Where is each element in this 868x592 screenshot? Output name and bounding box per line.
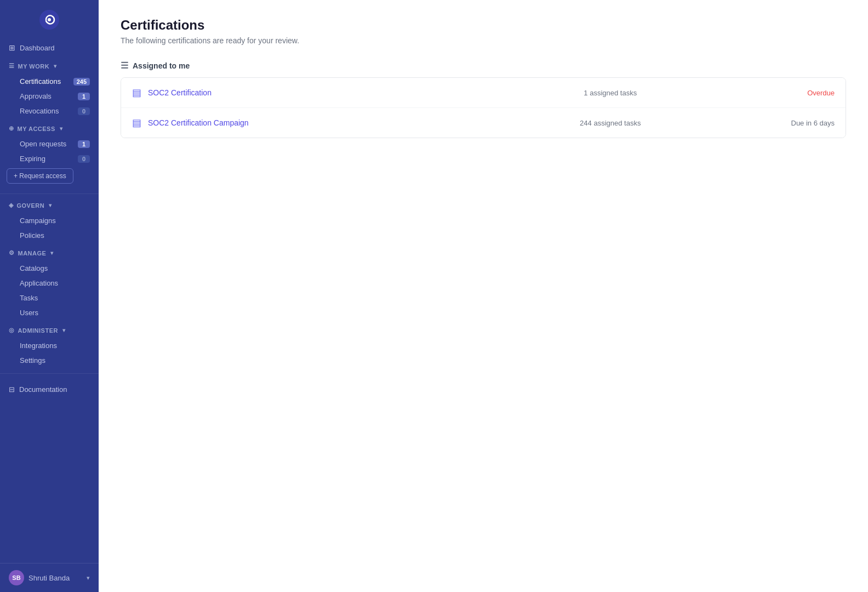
- certifications-badge: 245: [73, 78, 90, 86]
- administer-chevron: ▾: [62, 327, 66, 333]
- sidebar-item-campaigns[interactable]: Campaigns: [0, 213, 99, 228]
- sidebar-item-users[interactable]: Users: [0, 305, 99, 320]
- approvals-badge: 1: [78, 93, 90, 100]
- sidebar-item-integrations[interactable]: Integrations: [0, 338, 99, 353]
- nav-section-my-work: ☰ My work ▾ Certifications 245 Approvals…: [0, 58, 99, 118]
- users-label: Users: [20, 309, 38, 317]
- integrations-label: Integrations: [20, 341, 57, 350]
- cert-row-1[interactable]: ▤ SOC2 Certification Campaign 244 assign…: [121, 108, 846, 138]
- sidebar-divider-2: [0, 373, 99, 374]
- administer-header[interactable]: ◎ ADMINISTER ▾: [0, 322, 99, 338]
- docs-label: Documentation: [19, 385, 67, 394]
- my-work-label: My work: [18, 63, 50, 70]
- tasks-label: Tasks: [20, 294, 38, 302]
- sidebar-item-settings[interactable]: Settings: [0, 353, 99, 368]
- sidebar-item-open-requests[interactable]: Open requests 1: [0, 136, 99, 151]
- revocations-badge: 0: [78, 107, 90, 115]
- certifications-label: Certifications: [20, 77, 61, 86]
- nav-section-administer: ◎ ADMINISTER ▾ Integrations Settings: [0, 322, 99, 368]
- dashboard-icon: ⊞: [9, 43, 15, 52]
- sidebar: ⊞ Dashboard ☰ My work ▾ Certifications 2…: [0, 0, 99, 592]
- request-access-label: + Request access: [14, 172, 66, 180]
- settings-label: Settings: [20, 356, 45, 365]
- expiring-label: Expiring: [20, 155, 45, 163]
- sidebar-item-approvals[interactable]: Approvals 1: [0, 89, 99, 104]
- section-assigned-to-me-header: ☰ Assigned to me: [121, 60, 846, 71]
- administer-label: ADMINISTER: [18, 327, 58, 334]
- sidebar-divider-1: [0, 193, 99, 194]
- cert-name-1[interactable]: SOC2 Certification Campaign: [148, 118, 452, 127]
- sidebar-item-dashboard[interactable]: ⊞ Dashboard: [0, 39, 99, 56]
- administer-icon: ◎: [9, 327, 15, 334]
- campaigns-label: Campaigns: [20, 217, 56, 225]
- cert-row-0[interactable]: ▤ SOC2 Certification 1 assigned tasks Ov…: [121, 78, 846, 108]
- govern-icon: ◈: [9, 202, 14, 209]
- revocations-label: Revocations: [20, 107, 59, 115]
- govern-label: GOVERN: [17, 202, 45, 209]
- manage-label: MANAGE: [18, 250, 47, 257]
- certifications-list: ▤ SOC2 Certification 1 assigned tasks Ov…: [121, 77, 846, 138]
- nav-section-govern: ◈ GOVERN ▾ Campaigns Policies: [0, 197, 99, 243]
- svg-point-1: [48, 18, 51, 21]
- nav-section-my-access: ⊕ My access ▾ Open requests 1 Expiring 0…: [0, 121, 99, 188]
- govern-chevron: ▾: [49, 202, 52, 208]
- cert-tasks-1: 244 assigned tasks: [459, 119, 763, 127]
- open-requests-badge: 1: [78, 140, 90, 148]
- dashboard-label: Dashboard: [20, 44, 55, 52]
- request-access-button[interactable]: + Request access: [7, 168, 73, 184]
- sidebar-item-expiring[interactable]: Expiring 0: [0, 151, 99, 166]
- sidebar-user-name: Shruti Banda: [28, 574, 82, 582]
- expiring-badge: 0: [78, 155, 90, 163]
- applications-label: Applications: [20, 279, 58, 287]
- cert-tasks-0: 1 assigned tasks: [459, 89, 763, 97]
- open-requests-label: Open requests: [20, 140, 66, 148]
- policies-label: Policies: [20, 231, 44, 240]
- page-subtitle: The following certifications are ready f…: [121, 36, 846, 45]
- nav-section-manage: ⚙ MANAGE ▾ Catalogs Applications Tasks U…: [0, 245, 99, 320]
- nav-section-dashboard: ⊞ Dashboard: [0, 39, 99, 56]
- cert-status-1: Due in 6 days: [769, 119, 835, 127]
- sidebar-item-revocations[interactable]: Revocations 0: [0, 104, 99, 118]
- avatar: SB: [9, 570, 24, 585]
- cert-status-0: Overdue: [769, 89, 835, 97]
- my-work-icon: ☰: [9, 62, 15, 70]
- my-access-icon: ⊕: [9, 125, 14, 132]
- catalogs-label: Catalogs: [20, 264, 48, 272]
- sidebar-logo[interactable]: [0, 0, 99, 39]
- sidebar-item-documentation[interactable]: ⊟ Documentation: [0, 382, 99, 397]
- sidebar-user-footer[interactable]: SB Shruti Banda ▾: [0, 563, 99, 592]
- page-title: Certifications: [121, 18, 846, 33]
- my-access-header[interactable]: ⊕ My access ▾: [0, 121, 99, 136]
- cert-name-0[interactable]: SOC2 Certification: [148, 88, 452, 97]
- manage-icon: ⚙: [9, 249, 15, 257]
- my-work-header[interactable]: ☰ My work ▾: [0, 58, 99, 74]
- cert-icon-1: ▤: [132, 117, 141, 129]
- sidebar-item-policies[interactable]: Policies: [0, 228, 99, 243]
- my-access-chevron: ▾: [60, 126, 63, 132]
- user-dropdown-arrow: ▾: [87, 574, 90, 582]
- govern-header[interactable]: ◈ GOVERN ▾: [0, 197, 99, 213]
- manage-header[interactable]: ⚙ MANAGE ▾: [0, 245, 99, 261]
- docs-icon: ⊟: [9, 385, 15, 394]
- sidebar-item-certifications[interactable]: Certifications 245: [0, 74, 99, 89]
- cert-icon-0: ▤: [132, 87, 141, 99]
- main-content: Certifications The following certificati…: [99, 0, 868, 592]
- section-label: Assigned to me: [133, 61, 190, 70]
- my-access-label: My access: [18, 126, 55, 132]
- sidebar-item-applications[interactable]: Applications: [0, 276, 99, 291]
- sidebar-item-tasks[interactable]: Tasks: [0, 291, 99, 305]
- sidebar-item-catalogs[interactable]: Catalogs: [0, 261, 99, 276]
- manage-chevron: ▾: [50, 250, 54, 256]
- my-work-chevron: ▾: [54, 63, 57, 69]
- assigned-icon: ☰: [121, 60, 128, 71]
- approvals-label: Approvals: [20, 92, 52, 100]
- nav-section-docs: ⊟ Documentation: [0, 382, 99, 397]
